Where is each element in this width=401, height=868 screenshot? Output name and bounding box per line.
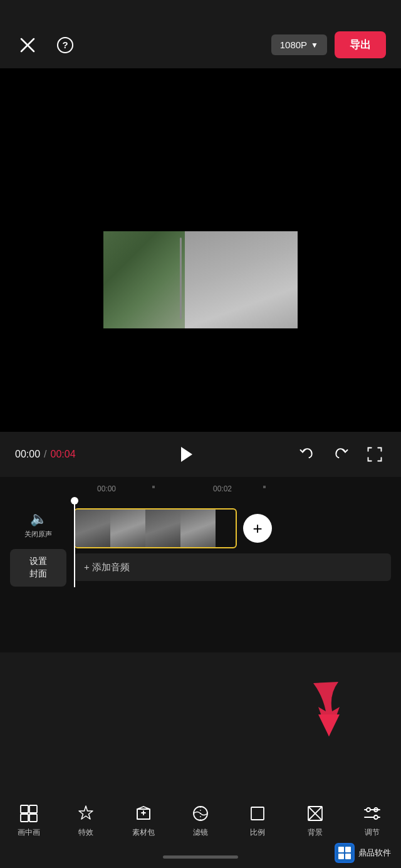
effects-icon <box>75 803 96 824</box>
svg-rect-6 <box>21 814 28 822</box>
cover-label-1: 设置 <box>29 555 47 568</box>
video-bottom-padding <box>103 328 298 369</box>
set-cover-button[interactable]: 设置 封面 <box>10 549 66 587</box>
svg-rect-22 <box>336 844 353 862</box>
toolbar-items: 画中画 特效 素材包 <box>0 787 401 850</box>
svg-rect-7 <box>29 805 37 813</box>
ratio-label: 比例 <box>250 827 265 838</box>
background-icon <box>305 803 326 824</box>
redo-button[interactable] <box>330 443 352 466</box>
svg-marker-9 <box>79 806 93 819</box>
watermark: 鼎品软件 <box>335 843 391 863</box>
top-bar: ? 1080P ▼ 导出 <box>0 0 401 68</box>
undo-button[interactable] <box>296 443 318 466</box>
clip-thumb-1 <box>75 510 110 547</box>
left-panel: 🔈 关闭原声 设置 封面 <box>10 507 66 587</box>
fullscreen-button[interactable] <box>363 443 386 466</box>
video-frame <box>103 131 298 369</box>
add-audio-button[interactable]: + 添加音频 <box>74 553 391 581</box>
playhead-handle <box>71 497 78 505</box>
add-clip-button[interactable]: + <box>243 514 272 543</box>
timeline-ruler: 00:00 00:02 <box>0 477 401 498</box>
mute-label: 关闭原声 <box>24 530 52 539</box>
timeline-area: 00:00 00:02 🔈 关闭原声 设置 封面 <box>0 477 401 652</box>
ratio-icon <box>247 803 268 824</box>
bottom-toolbar: 画中画 特效 素材包 <box>0 787 401 868</box>
help-button[interactable]: ? <box>53 33 78 58</box>
watermark-logo <box>335 843 355 863</box>
video-image-row <box>103 231 298 328</box>
time-current: 00:00 <box>15 449 40 460</box>
adjust-icon <box>362 803 383 824</box>
svg-rect-11 <box>251 807 264 820</box>
canvas-icon <box>18 803 39 824</box>
svg-rect-26 <box>345 854 351 859</box>
canvas-label: 画中画 <box>18 827 40 838</box>
undo-icon <box>298 446 316 463</box>
video-top-padding <box>103 131 298 231</box>
clip-frame-1 <box>75 510 110 547</box>
resolution-label: 1080P <box>280 39 307 50</box>
tracks-area: + + 添加音频 <box>74 507 391 581</box>
watermark-label: 鼎品软件 <box>358 847 391 859</box>
cover-label-2: 封面 <box>29 568 47 580</box>
toolbar-item-adjust[interactable]: 调节 <box>350 803 394 838</box>
top-right-controls: 1080P ▼ 导出 <box>271 31 386 58</box>
chevron-down-icon: ▼ <box>311 41 318 50</box>
fullscreen-icon <box>366 446 383 463</box>
brand-logo-icon <box>336 844 353 862</box>
background-label: 背景 <box>308 827 323 838</box>
arrow-annotation <box>294 677 351 746</box>
help-icon: ? <box>56 36 74 54</box>
effects-label: 特效 <box>78 827 93 838</box>
svg-point-16 <box>374 815 378 819</box>
bottom-indicator: 鼎品软件 <box>0 850 401 868</box>
playhead <box>74 501 75 587</box>
video-frame-left <box>103 231 185 328</box>
ruler-dot-2 <box>263 486 266 488</box>
redo-icon <box>332 446 350 463</box>
svg-rect-8 <box>29 814 37 822</box>
ruler-time-0: 00:00 <box>97 484 116 493</box>
ruler-time-2: 00:02 <box>213 484 232 493</box>
playback-bar: 00:00 / 00:04 <box>0 432 401 477</box>
video-frame-right <box>185 231 298 328</box>
toolbar-item-canvas[interactable]: 画中画 <box>7 803 51 838</box>
time-display: 00:00 / 00:04 <box>15 449 76 460</box>
clip-thumb-3 <box>145 510 180 547</box>
toolbar-item-background[interactable]: 背景 <box>293 803 337 838</box>
svg-point-15 <box>367 808 370 812</box>
resolution-button[interactable]: 1080P ▼ <box>271 34 327 55</box>
close-icon <box>19 36 36 54</box>
close-button[interactable] <box>15 33 40 58</box>
video-preview <box>0 68 401 432</box>
clip-thumb-2 <box>110 510 145 547</box>
svg-rect-25 <box>338 854 344 859</box>
right-controls <box>296 443 386 466</box>
mute-button[interactable]: 🔈 关闭原声 <box>10 507 66 543</box>
toolbar-item-ratio[interactable]: 比例 <box>236 803 279 838</box>
svg-rect-5 <box>21 805 28 813</box>
svg-marker-4 <box>318 714 340 736</box>
stickers-label: 素材包 <box>132 827 155 838</box>
time-divider: / <box>44 449 46 460</box>
video-track: + <box>74 507 391 550</box>
clip-frame-3 <box>145 510 180 547</box>
timeline-content: 🔈 关闭原声 设置 封面 <box>0 498 401 652</box>
clip-frame-4 <box>180 510 216 547</box>
toolbar-item-stickers[interactable]: 素材包 <box>122 803 165 838</box>
video-clip[interactable] <box>74 508 237 548</box>
red-arrow-icon <box>294 677 351 746</box>
add-audio-label: + 添加音频 <box>84 562 130 573</box>
speaker-icon: 🔈 <box>30 511 47 527</box>
export-button[interactable]: 导出 <box>335 31 386 58</box>
top-left-controls: ? <box>15 33 78 58</box>
toolbar-item-filters[interactable]: 滤镜 <box>179 803 222 838</box>
toolbar-item-effects[interactable]: 特效 <box>64 803 108 838</box>
filters-label: 滤镜 <box>193 827 208 838</box>
clip-frame-2 <box>110 510 145 547</box>
play-icon <box>181 447 192 462</box>
play-button[interactable] <box>172 441 199 468</box>
filters-icon <box>190 803 211 824</box>
svg-text:?: ? <box>62 39 68 50</box>
